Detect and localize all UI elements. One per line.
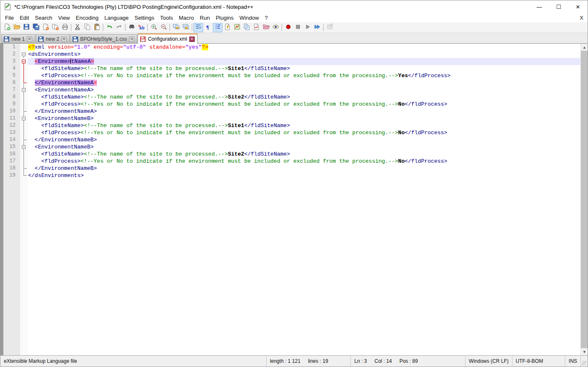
code-text[interactable]: </EnvironmentNameB> [28,165,588,172]
zoom-out-button[interactable] [159,23,168,32]
menu-tools[interactable]: Tools [157,14,176,22]
code-text[interactable]: </EnvironmentNameA> [28,79,588,86]
tab-close-icon[interactable]: ✕ [129,36,134,42]
menu-view[interactable]: View [55,14,73,22]
code-text[interactable]: </EnvironmentNameB> [28,136,588,143]
fold-marker[interactable] [20,51,28,58]
code-text[interactable]: <fldProcess><!--Yes or No to indicate if… [28,129,588,136]
function-list-button[interactable] [222,23,232,32]
fold-marker[interactable] [20,86,28,94]
scroll-up-arrow-icon[interactable]: ▲ [581,44,588,51]
menu-settings[interactable]: Settings [132,14,157,22]
maximize-button[interactable]: ☐ [549,0,568,13]
toolbar-separator [282,24,282,31]
find-button[interactable] [127,23,136,32]
macro-stop-button[interactable] [293,23,303,32]
paste-button[interactable] [92,23,102,32]
macro-save-button[interactable] [325,23,335,32]
editor-surface[interactable]: 1<?xml version="1.0" encoding="utf-8" st… [3,44,588,355]
replace-button[interactable]: bab [136,23,146,32]
tab-close-icon[interactable]: ✕ [61,36,67,42]
code-text[interactable]: <EnvironmentNameB> [28,115,588,122]
scrollbar-thumb[interactable] [581,51,588,348]
undo-button[interactable] [105,23,114,32]
tab-new-2[interactable]: new 2✕ [36,34,70,43]
new-file-button[interactable] [2,23,12,32]
macro-record-button[interactable] [283,23,293,32]
line-number: 6 [3,79,20,86]
menu-encoding[interactable]: Encoding [73,14,102,22]
folder-as-workspace-button[interactable] [261,23,271,32]
code-line-9: 9 <fldProcess><!--Yes or No to indicate … [3,101,588,108]
minimize-button[interactable]: — [530,0,549,13]
fold-marker[interactable] [20,58,28,65]
sync-horizontal-scroll-button[interactable] [181,23,191,32]
menu-file[interactable]: File [2,14,17,22]
code-text[interactable]: <EnvironmentNameB> [28,143,588,151]
fold-marker[interactable] [20,143,28,151]
scroll-down-arrow-icon[interactable]: ▼ [581,348,588,355]
menu-search[interactable]: Search [32,14,55,22]
word-wrap-button[interactable] [193,23,203,32]
code-text[interactable]: <fldSiteName><!--The name of the site to… [28,151,588,158]
menu-language[interactable]: Language [102,14,132,22]
code-text[interactable]: <dsEnvironments> [28,51,588,58]
code-text[interactable]: </dsEnvironments> [28,172,588,179]
code-text[interactable]: <fldSiteName><!--The name of the site to… [28,94,588,101]
close-all-button[interactable] [50,23,60,32]
code-text[interactable]: <fldProcess><!--Yes or No to indicate if… [28,72,588,79]
save-all-button[interactable] [31,23,41,32]
status-eol-format[interactable]: Windows (CR LF) [465,356,512,367]
menu-edit[interactable]: Edit [17,14,32,22]
tab-close-icon[interactable]: ✕ [27,36,32,42]
fold-margin-cell [20,151,28,158]
code-text[interactable]: <EnvironmentNameA> [28,86,588,94]
indent-guide-button[interactable] [213,23,222,32]
save-file-button[interactable] [21,23,31,32]
document-map-button[interactable] [232,23,242,32]
menu-run[interactable]: Run [197,14,213,22]
zoom-in-button[interactable] [149,23,159,32]
resize-grip[interactable] [580,356,588,367]
code-text[interactable]: <EnvironmentNameA> [28,58,588,65]
code-text[interactable]: <fldProcess><!--Yes or No to indicate if… [28,101,588,108]
copy-icon [84,23,91,32]
document-list-button[interactable] [242,23,251,32]
vertical-scrollbar[interactable]: ▲ ▼ [580,44,588,355]
show-all-characters-button[interactable]: ¶ [203,23,213,32]
tab-bpohelpstyle-1-css[interactable]: BPOHelpStyle_1.css✕ [70,34,137,43]
close-file-button[interactable] [41,23,50,32]
print-button[interactable] [60,23,70,32]
zoomout-icon [160,23,167,32]
fold-marker[interactable] [20,115,28,122]
code-text[interactable]: <fldSiteName><!--The name of the site to… [28,122,588,129]
menu-plugins[interactable]: Plugins [213,14,237,22]
code-text[interactable]: <fldProcess><!--Yes or No to indicate if… [28,158,588,165]
copy-button[interactable] [82,23,92,32]
savemacro-icon [326,23,334,32]
menu-help[interactable]: ? [262,14,271,22]
redo-button[interactable] [114,23,124,32]
tab-label: new 2 [46,36,59,42]
document-close-x[interactable]: X [575,15,588,21]
status-insert-mode[interactable]: INS [565,356,580,367]
monitoring-button[interactable] [271,23,280,32]
macro-run-multiple-button[interactable] [312,23,322,32]
cut-button[interactable] [73,23,82,32]
code-text[interactable]: </EnvironmentNameA> [28,108,588,115]
tab-configuration-xml[interactable]: Configuration.xml✕ [138,34,197,44]
close-button[interactable]: ✕ [568,0,588,13]
sync-vertical-scroll-button[interactable] [171,23,181,32]
tab-new-1[interactable]: new 1✕ [1,34,35,43]
menu-window[interactable]: Window [237,14,262,22]
document-peek-button[interactable] [251,23,261,32]
macro-play-button[interactable] [303,23,312,32]
status-encoding[interactable]: UTF-8-BOM [512,356,565,367]
line-number: 19 [3,172,20,179]
open-file-button[interactable] [12,23,21,32]
toolbar-separator [147,24,148,31]
code-text[interactable]: <?xml version="1.0" encoding="utf-8" sta… [28,44,588,51]
code-text[interactable]: <fldSiteName><!--The name of the site to… [28,65,588,72]
tab-close-icon[interactable]: ✕ [189,36,195,42]
menu-macro[interactable]: Macro [176,14,197,22]
